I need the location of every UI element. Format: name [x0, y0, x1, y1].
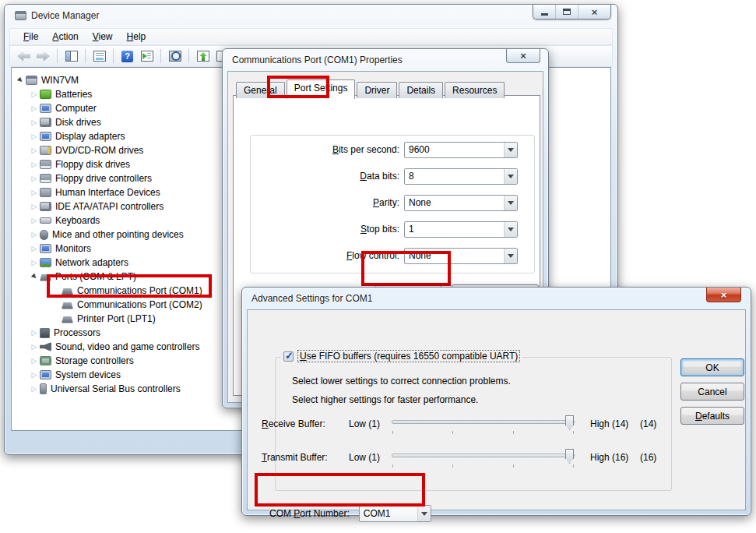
- highlight-box-port-settings-tab: [267, 76, 329, 98]
- maximize-button[interactable]: [556, 5, 578, 19]
- menu-help[interactable]: Help: [120, 29, 153, 44]
- slider-high-label: High (16): [590, 452, 628, 463]
- slider-thumb[interactable]: [565, 449, 574, 464]
- expand-collapsed-icon[interactable]: ▷: [29, 259, 40, 266]
- standard-view-button[interactable]: [138, 48, 156, 65]
- tab-resources[interactable]: Resources: [445, 82, 505, 98]
- console-tree-button[interactable]: [62, 48, 80, 65]
- port-icon: [62, 302, 73, 309]
- menu-view[interactable]: View: [86, 29, 120, 44]
- fifo-checkbox[interactable]: ✓: [283, 351, 294, 362]
- tree-item-label: Computer: [55, 103, 97, 114]
- properties-icon: [93, 51, 106, 62]
- data-bits-select[interactable]: 8: [404, 168, 518, 185]
- menu-file[interactable]: File: [16, 29, 45, 44]
- slider-track[interactable]: [392, 420, 575, 424]
- update-driver-button[interactable]: [194, 48, 212, 65]
- expand-collapsed-icon[interactable]: ▷: [29, 330, 40, 337]
- slider-tick: [392, 431, 393, 434]
- expand-collapsed-icon[interactable]: ▷: [29, 217, 40, 224]
- tree-item-label: Floppy drive controllers: [55, 173, 152, 184]
- help-button[interactable]: ?: [118, 48, 136, 65]
- slider-label: Transmit Buffer:: [262, 452, 328, 463]
- advanced-close-button[interactable]: ×: [706, 288, 741, 302]
- chevron-down-icon[interactable]: [504, 222, 517, 237]
- scan-hardware-icon: [169, 51, 181, 62]
- tab-details[interactable]: Details: [399, 82, 443, 98]
- expand-collapsed-icon[interactable]: ▷: [29, 372, 40, 379]
- expand-expanded-icon[interactable]: ▶: [28, 270, 40, 283]
- advanced-titlebar[interactable]: Advanced Settings for COM1 ×: [242, 288, 751, 309]
- tab-driver[interactable]: Driver: [357, 82, 397, 98]
- slider-high-label: High (14): [590, 418, 628, 429]
- close-icon: ×: [592, 7, 598, 17]
- slider-thumb[interactable]: [565, 415, 574, 430]
- back-button[interactable]: [15, 48, 33, 65]
- expand-collapsed-icon[interactable]: ▷: [29, 203, 40, 210]
- hid-icon: [40, 188, 51, 197]
- bits-per-second-select[interactable]: 9600: [404, 142, 518, 158]
- forward-button[interactable]: [34, 48, 52, 65]
- advanced-dialog-title: Advanced Settings for COM1: [251, 293, 372, 304]
- expand-collapsed-icon[interactable]: ▷: [29, 105, 40, 112]
- tree-item-label: Storage controllers: [55, 355, 134, 366]
- parity-select[interactable]: None: [404, 195, 518, 211]
- expand-collapsed-icon[interactable]: ▷: [29, 189, 40, 196]
- chevron-down-icon[interactable]: [504, 143, 517, 157]
- expand-collapsed-icon[interactable]: ▷: [29, 245, 40, 252]
- device-manager-icon: [15, 11, 26, 20]
- tree-item-label: Monitors: [55, 243, 91, 254]
- storage-icon: [40, 356, 51, 365]
- tree-item-label: Human Interface Devices: [55, 187, 160, 198]
- fifo-checkbox-label[interactable]: Use FIFO buffers (requires 16550 compati…: [298, 351, 519, 362]
- expand-collapsed-icon[interactable]: ▷: [29, 358, 40, 365]
- properties-titlebar[interactable]: Communications Port (COM1) Properties ×: [223, 49, 548, 71]
- description-line: Select lower settings to correct connect…: [292, 376, 511, 387]
- properties-close-button[interactable]: ×: [506, 49, 540, 63]
- tree-item-label: Communications Port (COM2): [77, 299, 202, 310]
- back-icon: [17, 51, 30, 62]
- stop-bits-select[interactable]: 1: [404, 221, 518, 238]
- forward-icon: [37, 51, 50, 62]
- fifo-checkbox-row[interactable]: ✓ Use FIFO buffers (requires 16550 compa…: [280, 351, 522, 362]
- tree-item-label: Disk drives: [55, 117, 101, 128]
- expand-collapsed-icon[interactable]: ▷: [29, 231, 40, 238]
- port-setting-row: Parity:None: [260, 194, 525, 211]
- chevron-down-icon[interactable]: [417, 506, 431, 521]
- tree-item-label: Universal Serial Bus controllers: [51, 383, 181, 394]
- device-manager-titlebar[interactable]: Device Manager ×: [5, 5, 617, 26]
- expand-collapsed-icon[interactable]: ▷: [29, 344, 40, 351]
- com-port-select[interactable]: COM1: [359, 505, 431, 522]
- expand-collapsed-icon[interactable]: ▷: [29, 119, 40, 126]
- com-port-value: COM1: [364, 508, 417, 519]
- expand-collapsed-icon[interactable]: ▷: [29, 147, 40, 154]
- field-label: Bits per second:: [260, 144, 404, 155]
- usb-icon: [40, 383, 47, 394]
- combo-value: 1: [409, 224, 504, 235]
- slider-label: Receive Buffer:: [262, 418, 325, 429]
- cancel-button[interactable]: Cancel: [680, 383, 744, 401]
- defaults-button[interactable]: Defaults: [680, 407, 744, 425]
- slider-track[interactable]: [392, 454, 575, 457]
- field-label: Parity:: [260, 197, 404, 208]
- ide-icon: [40, 202, 51, 211]
- slider-low-label: Low (1): [349, 418, 380, 429]
- expand-collapsed-icon[interactable]: ▷: [29, 386, 40, 393]
- expand-collapsed-icon[interactable]: ▷: [29, 175, 40, 182]
- close-button[interactable]: ×: [578, 5, 610, 19]
- caption-buttons: ×: [533, 5, 611, 19]
- tree-item-label: System devices: [55, 369, 121, 380]
- menu-action[interactable]: Action: [45, 29, 85, 44]
- expand-collapsed-icon[interactable]: ▷: [29, 161, 40, 168]
- chevron-down-icon[interactable]: [504, 249, 517, 263]
- slider-tick: [513, 431, 514, 434]
- chevron-down-icon[interactable]: [504, 196, 517, 210]
- scan-hardware-button[interactable]: [166, 48, 184, 65]
- properties-button[interactable]: [90, 48, 108, 65]
- ok-button[interactable]: OK: [680, 358, 744, 376]
- expand-expanded-icon[interactable]: ▶: [14, 74, 26, 86]
- minimize-button[interactable]: [533, 5, 556, 19]
- expand-collapsed-icon[interactable]: ▷: [29, 133, 40, 140]
- expand-collapsed-icon[interactable]: ▷: [29, 91, 40, 98]
- chevron-down-icon[interactable]: [504, 169, 517, 184]
